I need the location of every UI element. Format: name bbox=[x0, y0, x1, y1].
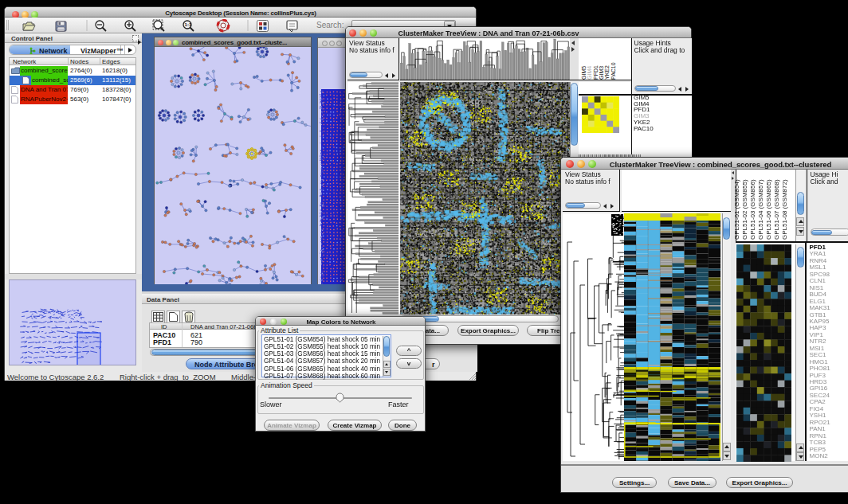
svg-text:1:1: 1:1 bbox=[185, 22, 192, 27]
